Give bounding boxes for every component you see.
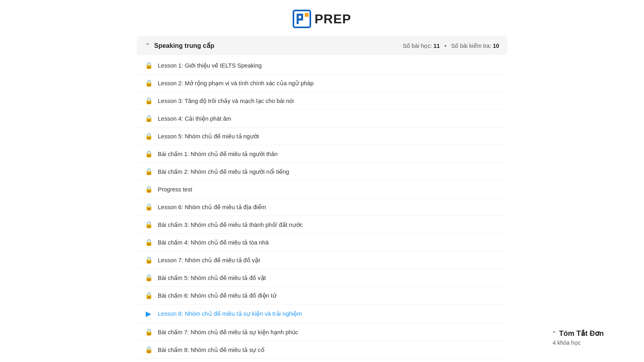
- play-icon: ▶: [145, 309, 152, 318]
- lesson-title: Lesson 8: Nhóm chủ đề miêu tả sự kiện và…: [158, 311, 302, 317]
- lock-icon: 🔒: [145, 256, 152, 264]
- lesson-title: Bài chấm 8: Nhóm chủ đề miêu tả sự cố: [158, 347, 264, 353]
- chevron-up-icon: ⌃: [145, 42, 150, 49]
- list-item[interactable]: 🔒Bài chấm 7: Nhóm chủ đề miêu tả sự kiện…: [137, 323, 507, 341]
- list-item[interactable]: ▶Lesson 8: Nhóm chủ đề miêu tả sự kiện v…: [137, 304, 507, 323]
- lock-icon: 🔒: [145, 292, 152, 299]
- list-item[interactable]: 🔒Bài chấm 6: Nhóm chủ đề miêu tả đồ điện…: [137, 287, 507, 304]
- stats-tests-count: 10: [493, 43, 499, 49]
- lock-icon: 🔒: [145, 97, 152, 105]
- section-title: Speaking trung cấp: [154, 42, 215, 49]
- lock-icon: 🔒: [145, 62, 152, 69]
- lesson-title: Bài chấm 5: Nhóm chủ đề miêu tả đồ vật: [158, 275, 266, 281]
- list-item[interactable]: 🔒Bài chấm 4: Nhóm chủ đề miêu tả tòa nhà: [137, 234, 507, 251]
- widget-header: ⌃ Tóm Tắt Đơn: [552, 329, 604, 338]
- list-item[interactable]: 🔒Bài chấm 5: Nhóm chủ đề miêu tả đồ vật: [137, 269, 507, 287]
- lesson-title: Bài chấm 2: Nhóm chủ đề miêu tả người nổ…: [158, 169, 289, 175]
- lock-icon: 🔒: [145, 346, 152, 354]
- lesson-title: Progress test: [158, 186, 192, 193]
- lock-icon: 🔒: [145, 115, 152, 122]
- list-item[interactable]: 🔒Lesson 7: Nhóm chủ đề miêu tả đồ vật: [137, 251, 507, 269]
- list-item[interactable]: 🔒Final test: [137, 359, 507, 362]
- list-item[interactable]: 🔒Bài chấm 1: Nhóm chủ đề miêu tả người t…: [137, 145, 507, 163]
- lesson-title: Lesson 1: Giới thiệu về IELTS Speaking: [158, 62, 262, 69]
- lock-icon: 🔒: [145, 79, 152, 87]
- section-title-container: ⌃ Speaking trung cấp: [145, 42, 215, 49]
- section-stats: Số bài học: 11 • Số bài kiểm tra: 10: [403, 43, 499, 49]
- lesson-title: Bài chấm 4: Nhóm chủ đề miêu tả tòa nhà: [158, 239, 269, 246]
- lesson-title: Lesson 2: Mở rộng phạm vi và tính chính …: [158, 80, 314, 86]
- section-header[interactable]: ⌃ Speaking trung cấp Số bài học: 11 • Số…: [137, 36, 507, 55]
- main-content: ⌃ Speaking trung cấp Số bài học: 11 • Số…: [129, 36, 515, 362]
- logo-icon: [293, 10, 311, 28]
- lesson-title: Lesson 3: Tăng độ trôi chảy và mạch lạc …: [158, 98, 294, 104]
- stats-lessons-count: 11: [433, 43, 440, 49]
- logo[interactable]: PREP: [293, 10, 351, 28]
- page-header: PREP: [0, 0, 644, 36]
- lesson-title: Bài chấm 7: Nhóm chủ đề miêu tả sự kiện …: [158, 329, 298, 335]
- svg-rect-4: [301, 14, 303, 21]
- bottom-widget[interactable]: ⌃ Tóm Tắt Đơn 4 khóa học: [552, 329, 604, 346]
- lock-icon: 🔒: [145, 150, 152, 158]
- lesson-title: Lesson 7: Nhóm chủ đề miêu tả đồ vật: [158, 257, 260, 263]
- list-item[interactable]: 🔒Lesson 1: Giới thiệu về IELTS Speaking: [137, 57, 507, 74]
- lock-icon: 🔒: [145, 274, 152, 282]
- lesson-title: Lesson 6: Nhóm chủ đề miêu tả địa điểm: [158, 204, 266, 210]
- list-item[interactable]: 🔒Bài chấm 8: Nhóm chủ đề miêu tả sự cố: [137, 341, 507, 359]
- widget-subtitle: 4 khóa học: [552, 339, 604, 346]
- lesson-title: Lesson 5: Nhóm chủ đề miêu tả người: [158, 133, 259, 140]
- lesson-title: Bài chấm 1: Nhóm chủ đề miêu tả người th…: [158, 151, 278, 157]
- stats-lessons-label: Số bài học:: [403, 43, 432, 49]
- widget-chevron-icon: ⌃: [552, 330, 557, 337]
- lock-icon: 🔒: [145, 203, 152, 211]
- lesson-list: 🔒Lesson 1: Giới thiệu về IELTS Speaking🔒…: [137, 57, 507, 362]
- widget-title: Tóm Tắt Đơn: [559, 329, 604, 338]
- list-item[interactable]: 🔒Bài chấm 2: Nhóm chủ đề miêu tả người n…: [137, 163, 507, 181]
- lesson-title: Lesson 4: Cải thiện phát âm: [158, 115, 231, 122]
- list-item[interactable]: 🔒Lesson 3: Tăng độ trôi chảy và mạch lạc…: [137, 92, 507, 110]
- lock-icon: 🔒: [145, 239, 152, 246]
- list-item[interactable]: 🔒Lesson 5: Nhóm chủ đề miêu tả người: [137, 128, 507, 145]
- stats-separator: •: [444, 43, 446, 49]
- lesson-title: Bài chấm 6: Nhóm chủ đề miêu tả đồ điện …: [158, 292, 277, 299]
- list-item[interactable]: 🔒Lesson 2: Mở rộng phạm vi và tính chính…: [137, 74, 507, 92]
- lock-icon: 🔒: [145, 132, 152, 140]
- logo-text: PREP: [314, 12, 351, 27]
- list-item[interactable]: 🔒Lesson 4: Cải thiện phát âm: [137, 110, 507, 128]
- lock-icon: 🔒: [145, 168, 152, 175]
- list-item[interactable]: 🔒Bài chấm 3: Nhóm chủ đề miêu tả thành p…: [137, 216, 507, 234]
- lock-icon: 🔒: [145, 221, 152, 228]
- list-item[interactable]: 🔒Progress test: [137, 181, 507, 198]
- lock-icon: 🔒: [145, 328, 152, 336]
- stats-tests-label: Số bài kiểm tra:: [451, 43, 491, 49]
- svg-rect-5: [305, 13, 309, 17]
- lock-icon: 🔒: [145, 185, 152, 193]
- lesson-title: Bài chấm 3: Nhóm chủ đề miêu tả thành ph…: [158, 222, 303, 228]
- list-item[interactable]: 🔒Lesson 6: Nhóm chủ đề miêu tả địa điểm: [137, 198, 507, 216]
